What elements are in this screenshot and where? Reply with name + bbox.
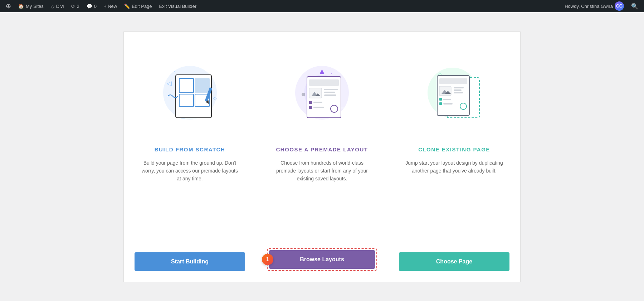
svg-rect-25 bbox=[324, 92, 335, 93]
user-item[interactable]: Howdy, Christina Gwira CG bbox=[562, 0, 627, 12]
scratch-illustration: ◁ ◇ • • — bbox=[140, 46, 240, 139]
premade-card: — • bbox=[256, 31, 388, 282]
clone-card-title: CLONE EXISTING PAGE bbox=[418, 146, 490, 152]
svg-text:◇: ◇ bbox=[213, 95, 217, 101]
avatar: CG bbox=[615, 1, 624, 11]
premade-illustration: — • bbox=[272, 46, 372, 139]
svg-text:•: • bbox=[331, 72, 332, 76]
svg-rect-27 bbox=[309, 101, 312, 104]
wordpress-icon: ⊕ bbox=[6, 2, 11, 10]
search-icon[interactable]: 🔍 bbox=[628, 0, 641, 12]
divi-label: Divi bbox=[56, 4, 64, 9]
svg-rect-24 bbox=[324, 89, 338, 90]
svg-rect-39 bbox=[439, 78, 467, 84]
svg-rect-26 bbox=[324, 94, 336, 96]
browse-badge: 1 bbox=[262, 254, 273, 265]
new-item[interactable]: + New bbox=[101, 0, 120, 12]
my-sites-icon: 🏠 bbox=[18, 4, 24, 9]
my-sites-item[interactable]: 🏠 My Sites bbox=[15, 0, 47, 12]
premade-card-desc: Choose from hundreds of world-class prem… bbox=[272, 159, 372, 237]
svg-rect-30 bbox=[313, 107, 324, 108]
comments-count: 2 bbox=[77, 4, 79, 9]
comments2-item[interactable]: 💬 0 bbox=[84, 0, 99, 12]
comment-icon: 💬 bbox=[87, 4, 92, 9]
scratch-card-title: BUILD FROM SCRATCH bbox=[155, 146, 225, 152]
exit-vb-label: Exit Visual Builder bbox=[159, 4, 197, 9]
main-content: ◁ ◇ • • — bbox=[0, 12, 644, 301]
my-sites-label: My Sites bbox=[26, 4, 44, 9]
divi-icon: ◇ bbox=[51, 4, 54, 9]
scratch-card: ◁ ◇ • • — bbox=[123, 31, 256, 282]
svg-rect-28 bbox=[313, 102, 322, 103]
edit-page-item[interactable]: ✏️ Edit Page bbox=[121, 0, 155, 12]
clone-card-desc: Jump start your layout design by duplica… bbox=[404, 159, 504, 242]
svg-rect-46 bbox=[439, 98, 442, 101]
browse-layouts-button[interactable]: Browse Layouts bbox=[269, 250, 375, 269]
scratch-card-desc: Build your page from the ground up. Don'… bbox=[140, 159, 240, 242]
svg-text:•: • bbox=[174, 70, 175, 74]
user-label: Howdy, Christina Gwira bbox=[565, 4, 613, 9]
svg-rect-8 bbox=[195, 78, 209, 93]
wordpress-logo-item[interactable]: ⊕ bbox=[3, 0, 14, 12]
svg-rect-44 bbox=[454, 89, 462, 91]
svg-rect-20 bbox=[309, 79, 339, 86]
clone-svg: ◇ ◇ — — ▷ bbox=[411, 53, 497, 132]
svg-rect-48 bbox=[439, 102, 442, 105]
svg-text:◁: ◁ bbox=[167, 80, 172, 87]
comments-count2: 0 bbox=[94, 4, 97, 9]
premade-svg: — • bbox=[279, 53, 365, 132]
divi-item[interactable]: ◇ Divi bbox=[48, 0, 67, 12]
browse-layouts-wrapper: 1 Browse Layouts bbox=[267, 248, 377, 271]
admin-bar: ⊕ 🏠 My Sites ◇ Divi ⟳ 2 💬 0 + New ✏️ Edi… bbox=[0, 0, 644, 12]
svg-point-16 bbox=[302, 93, 305, 96]
cards-container: ◁ ◇ • • — bbox=[114, 31, 530, 282]
comments-item[interactable]: ⟳ 2 bbox=[68, 0, 82, 12]
adminbar-right: Howdy, Christina Gwira CG 🔍 bbox=[562, 0, 641, 12]
edit-icon: ✏️ bbox=[124, 4, 130, 9]
svg-rect-47 bbox=[443, 99, 451, 100]
svg-rect-45 bbox=[454, 92, 463, 93]
exit-vb-item[interactable]: Exit Visual Builder bbox=[156, 0, 200, 12]
choose-page-button[interactable]: Choose Page bbox=[399, 252, 509, 271]
clone-illustration: ◇ ◇ — — ▷ bbox=[404, 46, 504, 139]
svg-rect-21 bbox=[309, 88, 322, 98]
sync-icon: ⟳ bbox=[71, 4, 75, 9]
edit-page-label: Edit Page bbox=[132, 4, 152, 9]
premade-card-title: CHOOSE A PREMADE LAYOUT bbox=[276, 146, 368, 152]
clone-card: ◇ ◇ — — ▷ bbox=[388, 31, 521, 282]
svg-rect-49 bbox=[443, 103, 453, 105]
new-label: + New bbox=[104, 4, 117, 9]
start-building-button[interactable]: Start Building bbox=[135, 252, 245, 271]
scratch-svg: ◁ ◇ • • — bbox=[147, 53, 233, 132]
svg-rect-29 bbox=[309, 106, 312, 109]
svg-rect-43 bbox=[454, 87, 464, 88]
